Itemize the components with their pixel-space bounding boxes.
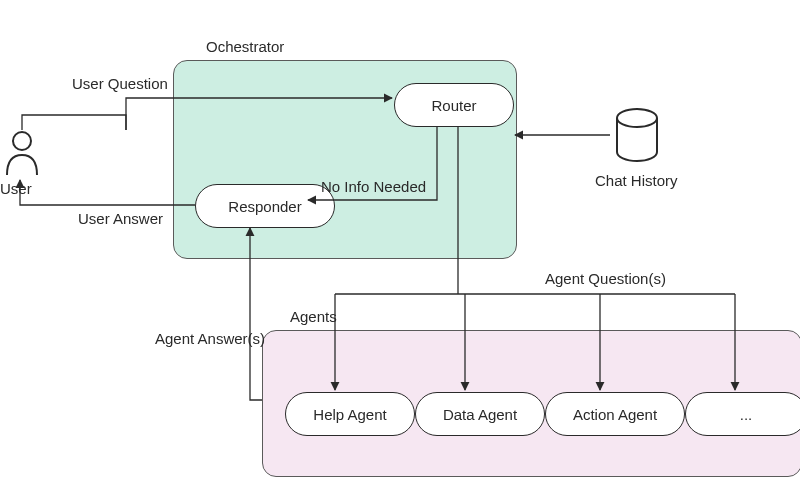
agent-node-help: Help Agent	[285, 392, 415, 436]
svg-point-0	[13, 132, 31, 150]
agent-label: Help Agent	[313, 406, 386, 423]
edge-label-agent-q: Agent Question(s)	[545, 270, 666, 287]
architecture-diagram: User Ochestrator Router Responder Chat H…	[0, 0, 800, 500]
router-label: Router	[431, 97, 476, 114]
edge-label-user-question: User Question	[72, 75, 168, 92]
edge-label-no-info: No Info Needed	[321, 178, 426, 195]
chat-history-label: Chat History	[595, 172, 678, 189]
router-node: Router	[394, 83, 514, 127]
svg-point-1	[617, 109, 657, 127]
user-icon	[4, 130, 40, 179]
responder-node: Responder	[195, 184, 335, 228]
orchestrator-title: Ochestrator	[206, 38, 284, 55]
agent-label: Data Agent	[443, 406, 517, 423]
edge-label-agent-a: Agent Answer(s)	[155, 330, 265, 347]
user-label: User	[0, 180, 32, 197]
agent-label: ...	[740, 406, 753, 423]
edge-label-user-answer: User Answer	[78, 210, 163, 227]
agent-node-action: Action Agent	[545, 392, 685, 436]
agent-node-data: Data Agent	[415, 392, 545, 436]
agents-title: Agents	[290, 308, 337, 325]
agent-node-more: ...	[685, 392, 800, 436]
responder-label: Responder	[228, 198, 301, 215]
agent-label: Action Agent	[573, 406, 657, 423]
chat-history-icon	[613, 108, 661, 167]
